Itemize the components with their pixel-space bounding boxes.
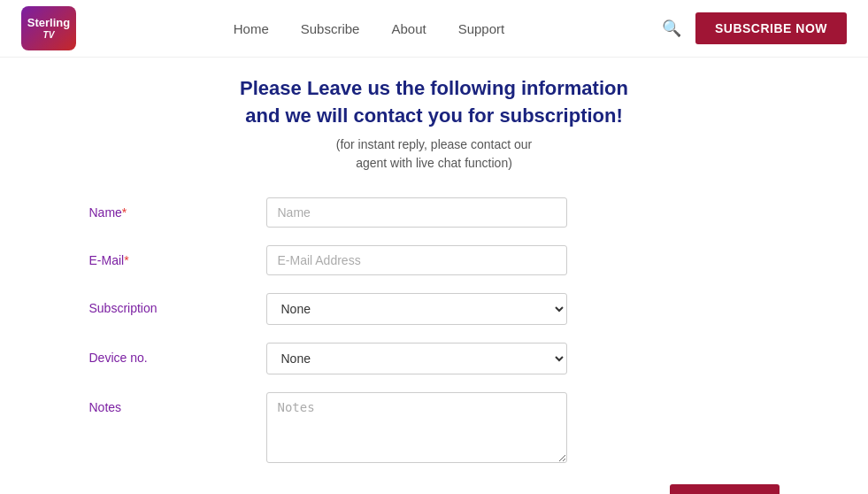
nav: Home Subscribe About Support — [234, 21, 504, 36]
email-input[interactable] — [266, 245, 567, 275]
device-select[interactable]: None 1 2 3 4 5 — [266, 343, 567, 374]
search-button[interactable]: 🔍 — [662, 19, 681, 38]
contact-form: Name* E-Mail* Subscription None Bas — [89, 197, 780, 494]
submit-row: SUBMIT — [89, 484, 780, 494]
notes-field-container — [266, 392, 567, 467]
header: Sterling TV Home Subscribe About Support… — [0, 0, 868, 58]
submit-container: SUBMIT — [479, 484, 780, 494]
device-row: Device no. None 1 2 3 4 5 — [89, 343, 780, 374]
logo-text: Sterling — [27, 16, 70, 30]
subscription-select[interactable]: None Basic Standard Premium — [266, 293, 567, 325]
header-right: 🔍 SUBSCRIBE NOW — [662, 12, 847, 44]
name-row: Name* — [89, 197, 780, 228]
notes-textarea[interactable] — [266, 392, 567, 463]
page-title: Please Leave us the following informatio… — [89, 75, 780, 130]
name-input[interactable] — [266, 197, 567, 228]
email-label: E-Mail* — [89, 245, 266, 267]
notes-row: Notes — [89, 392, 780, 467]
device-label: Device no. — [89, 343, 266, 365]
nav-subscribe[interactable]: Subscribe — [301, 21, 360, 36]
subscription-row: Subscription None Basic Standard Premium — [89, 293, 780, 325]
name-field-container — [266, 197, 567, 228]
nav-home[interactable]: Home — [234, 21, 269, 36]
notes-label: Notes — [89, 392, 266, 414]
nav-about[interactable]: About — [391, 21, 426, 36]
nav-support[interactable]: Support — [458, 21, 505, 36]
subscription-field-container: None Basic Standard Premium — [266, 293, 567, 325]
page-subtitle: (for instant reply, please contact ourag… — [89, 135, 780, 173]
main-content: Please Leave us the following informatio… — [72, 58, 797, 494]
email-field-container — [266, 245, 567, 275]
submit-button[interactable]: SUBMIT — [670, 484, 780, 494]
logo: Sterling TV — [21, 6, 76, 50]
subscription-label: Subscription — [89, 293, 266, 315]
email-row: E-Mail* — [89, 245, 780, 275]
name-label: Name* — [89, 197, 266, 220]
subscribe-now-button[interactable]: SUBSCRIBE NOW — [695, 12, 847, 44]
logo-tv: TV — [27, 30, 70, 41]
device-field-container: None 1 2 3 4 5 — [266, 343, 567, 374]
